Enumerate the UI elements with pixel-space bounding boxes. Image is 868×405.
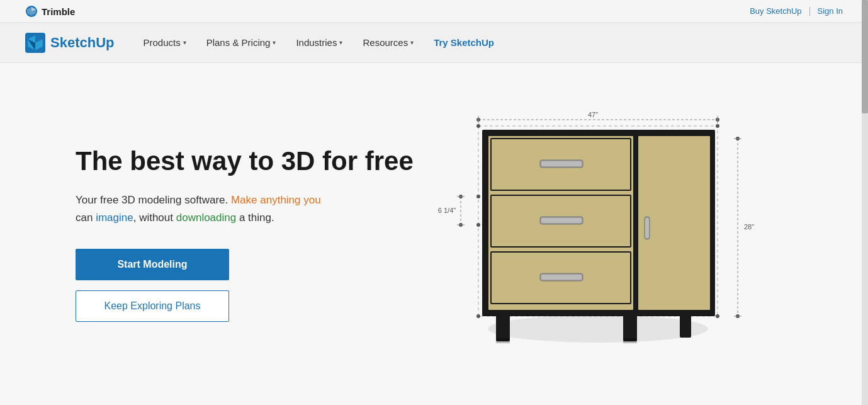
chevron-down-icon: ▾: [183, 39, 186, 46]
svg-point-24: [716, 124, 719, 128]
divider: [809, 7, 810, 16]
subtitle-text-2: can: [76, 212, 96, 224]
nav-item-plans-pricing[interactable]: Plans & Pricing ▾: [198, 32, 285, 53]
svg-point-25: [476, 314, 480, 318]
scrollbar[interactable]: [862, 0, 868, 405]
svg-rect-44: [496, 310, 510, 341]
subtitle-highlight-downloading: downloading: [176, 212, 236, 224]
svg-point-29: [488, 315, 708, 343]
svg-point-28: [476, 223, 480, 227]
sketchup-logo-text: SketchUp: [50, 35, 114, 51]
subtitle-text-3: , without: [133, 212, 176, 224]
sketchup-logo-icon: [25, 33, 45, 53]
svg-text:28": 28": [743, 223, 753, 231]
trimble-logo[interactable]: Trimble: [25, 5, 75, 18]
nav-bar: SketchUp Products ▾ Plans & Pricing ▾ In…: [0, 23, 868, 63]
subtitle-highlight-make: Make anything you: [231, 194, 321, 206]
hero-left: The best way to 3D for free Your free 3D…: [76, 146, 415, 322]
subtitle-text-1: Your free 3D modeling software.: [76, 194, 231, 206]
svg-rect-48: [623, 338, 637, 343]
svg-rect-46: [680, 310, 691, 338]
svg-rect-34: [541, 161, 582, 166]
svg-point-26: [716, 314, 719, 318]
top-bar: Buy SketchUp Sign In: [0, 0, 868, 23]
hero-subtitle: Your free 3D modeling software. Make any…: [76, 191, 415, 225]
svg-point-23: [476, 124, 480, 128]
subtitle-highlight-imagine: imagine: [96, 212, 133, 224]
subtitle-text-4: a thing.: [236, 212, 274, 224]
hero-title: The best way to 3D for free: [76, 146, 415, 176]
nav-item-products[interactable]: Products ▾: [134, 32, 194, 53]
keep-exploring-plans-button[interactable]: Keep Exploring Plans: [76, 290, 229, 322]
svg-point-27: [476, 195, 480, 198]
dresser-illustration: 47" 28" 6 1/4": [428, 102, 781, 367]
sign-in-link[interactable]: Sign In: [818, 6, 843, 16]
svg-rect-37: [541, 218, 582, 223]
nav-item-industries[interactable]: Industries ▾: [287, 32, 351, 53]
nav-items: Products ▾ Plans & Pricing ▾ Industries …: [134, 32, 843, 53]
scrollbar-thumb[interactable]: [862, 0, 868, 113]
trimble-logo-text: Trimble: [42, 6, 75, 17]
svg-rect-40: [541, 275, 582, 280]
start-modeling-button[interactable]: Start Modeling: [76, 249, 229, 280]
hero-right: 47" 28" 6 1/4": [415, 102, 792, 367]
chevron-down-icon: ▾: [273, 39, 276, 46]
chevron-down-icon: ▾: [410, 39, 414, 46]
nav-item-resources[interactable]: Resources ▾: [354, 32, 422, 53]
hero-section: The best way to 3D for free Your free 3D…: [0, 63, 868, 405]
sketchup-logo[interactable]: SketchUp: [25, 33, 114, 53]
svg-rect-45: [623, 310, 637, 341]
svg-text:47": 47": [587, 111, 597, 118]
buy-sketchup-link[interactable]: Buy SketchUp: [750, 6, 801, 16]
trimble-logo-icon: [25, 5, 38, 18]
svg-text:6 1/4": 6 1/4": [437, 207, 455, 214]
try-sketchup-link[interactable]: Try SketchUp: [425, 32, 503, 53]
chevron-down-icon: ▾: [339, 39, 342, 46]
svg-rect-47: [496, 338, 510, 343]
svg-rect-43: [645, 218, 649, 238]
